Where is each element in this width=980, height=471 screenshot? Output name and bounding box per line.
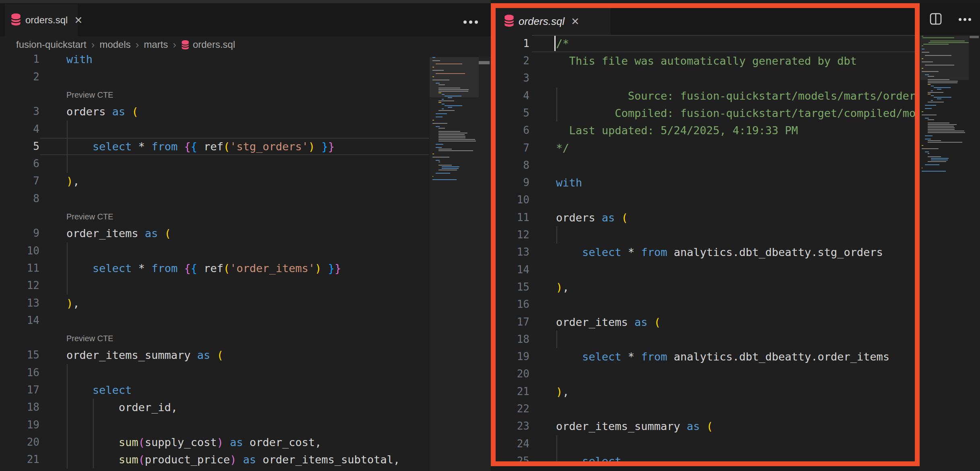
- minimap-line: [436, 113, 447, 114]
- spacer: [491, 466, 920, 471]
- code-line: 5 Compiled: fusion-quickstart/target/com…: [496, 104, 915, 122]
- minimap-line: [922, 115, 937, 115]
- line-number: 17: [498, 313, 529, 331]
- code-line: 9order_items as (: [0, 225, 430, 242]
- more-actions-icon[interactable]: [461, 15, 480, 29]
- line-number: 11: [498, 209, 529, 226]
- minimap-line: [925, 55, 952, 56]
- line-number: 16: [8, 364, 39, 381]
- minimap-line: [934, 87, 951, 88]
- line-number: 20: [498, 365, 529, 383]
- minimap-line: [923, 44, 949, 45]
- more-actions-icon[interactable]: [957, 15, 973, 23]
- minimap-line: [922, 68, 923, 69]
- code-line: 11orders as (: [496, 209, 915, 226]
- code-line: 17 select: [0, 381, 430, 399]
- minimap-line: [439, 165, 452, 166]
- code-text: orders as (: [66, 103, 138, 120]
- code-line: 2 This file was automatically generated …: [496, 52, 915, 70]
- line-number: 18: [498, 331, 529, 348]
- scrollbar-thumb[interactable]: [479, 61, 490, 64]
- code-line: 10: [0, 242, 430, 260]
- line-number: 19: [8, 416, 39, 434]
- minimap-line: [928, 81, 958, 82]
- minimap-line: [925, 152, 929, 152]
- line-number: 7: [8, 172, 39, 190]
- minimap-line: [928, 92, 943, 93]
- line-number: 1: [8, 51, 39, 68]
- line-number: 4: [8, 121, 39, 138]
- code-line: 4 Source: fusion-quickstart/models/marts…: [496, 87, 915, 104]
- minimap-line: [922, 71, 939, 72]
- minimap-line: [925, 135, 933, 136]
- minimap-line: [922, 45, 923, 46]
- code-line: 20: [496, 365, 915, 383]
- text-cursor: [554, 36, 556, 51]
- code-text: order_items_summary as (: [556, 418, 713, 435]
- code-text: Source: fusion-quickstart/models/marts/o…: [556, 87, 915, 104]
- minimap-line: [432, 154, 434, 154]
- minimap-line: [439, 149, 452, 149]
- minimap-line: [928, 129, 955, 130]
- code-text: sum(supply_cost) as order_cost,: [66, 434, 321, 451]
- minimap-line: [439, 133, 467, 133]
- minimap-line: [439, 110, 455, 111]
- minimap-line: [439, 141, 476, 141]
- minimap-line: [922, 36, 923, 37]
- minimap-line: [436, 147, 442, 148]
- line-number: 5: [498, 104, 529, 122]
- minimap-line: [928, 79, 949, 80]
- code-line: 11 select * from {{ ref('order_items') }…: [0, 260, 430, 277]
- line-number: 8: [498, 157, 529, 174]
- left-editor[interactable]: 1with2Preview CTE3orders as (45 select *…: [0, 0, 430, 471]
- minimap-line: [922, 171, 946, 172]
- code-line: 24: [496, 435, 915, 453]
- line-number: 6: [498, 122, 529, 139]
- minimap-line: [436, 160, 440, 161]
- minimap-line: [922, 37, 954, 38]
- minimap-line: [928, 124, 957, 125]
- minimap-line: [436, 144, 443, 145]
- minimap-line: [931, 90, 933, 91]
- line-number: 6: [8, 155, 39, 172]
- compiled-code-editor[interactable]: 1/*2 This file was automatically generat…: [496, 8, 915, 461]
- minimap-line: [442, 104, 445, 104]
- code-text: Compiled: fusion-quickstart/target/compi…: [556, 104, 915, 122]
- code-line: 7),: [0, 172, 430, 190]
- minimap[interactable]: [430, 57, 479, 186]
- minimap-line: [432, 76, 434, 77]
- minimap-line: [436, 126, 440, 127]
- line-number: 8: [8, 190, 39, 207]
- minimap[interactable]: [920, 36, 969, 176]
- minimap-line: [436, 63, 463, 64]
- line-number: 17: [8, 381, 39, 399]
- code-text: Last updated: 5/24/2025, 4:19:33 PM: [556, 122, 798, 139]
- scrollbar-thumb[interactable]: [970, 36, 979, 38]
- code-text: ),: [66, 172, 80, 190]
- split-editor-icon[interactable]: [930, 13, 942, 25]
- indent-guide: [67, 242, 68, 295]
- code-line: 14: [496, 261, 915, 279]
- code-line: 13 select * from analytics.dbt_dbeatty.s…: [496, 244, 915, 261]
- code-lens-preview-cte[interactable]: Preview CTE: [66, 86, 113, 103]
- current-line-highlight: [40, 138, 429, 155]
- minimap-line: [928, 132, 965, 133]
- line-number: 9: [498, 174, 529, 191]
- minimap-line: [448, 107, 452, 108]
- minimap-line: [439, 137, 465, 138]
- minimap-line: [432, 57, 435, 58]
- minimap-line: [928, 119, 934, 120]
- line-number: 15: [8, 346, 39, 364]
- line-number: 14: [8, 312, 39, 329]
- minimap-line: [922, 148, 939, 149]
- minimap-line: [925, 65, 955, 66]
- minimap-line: [931, 100, 933, 101]
- code-lens-preview-cte[interactable]: Preview CTE: [66, 329, 113, 346]
- code-text: select * from analytics.dbt_dbeatty.orde…: [556, 348, 889, 365]
- code-line: 1with: [0, 51, 430, 68]
- code-lens-preview-cte[interactable]: Preview CTE: [66, 207, 113, 225]
- line-number: 9: [8, 225, 39, 242]
- line-number: 10: [8, 242, 39, 260]
- code-line: 18: [496, 331, 915, 348]
- code-line: 19: [0, 416, 430, 434]
